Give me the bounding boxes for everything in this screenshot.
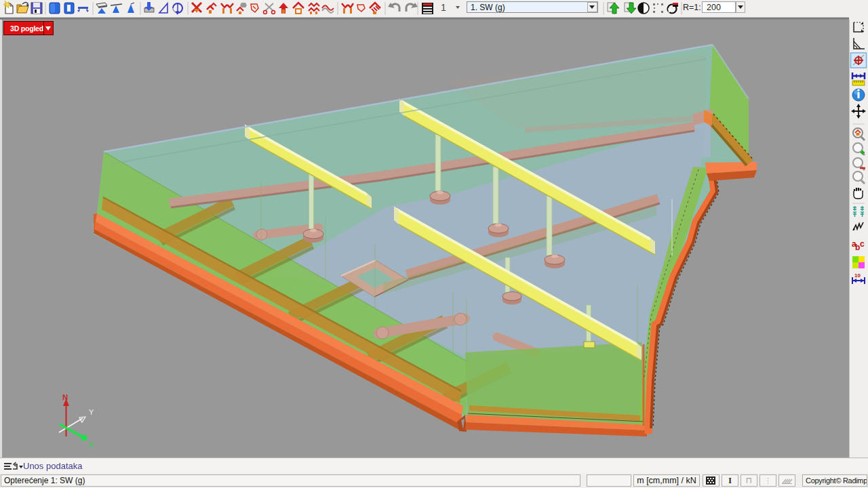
svg-text:Y: Y: [89, 408, 94, 416]
svg-text:10: 10: [854, 272, 861, 279]
svg-text:N: N: [62, 393, 68, 401]
svg-text:X: X: [89, 441, 94, 449]
svg-text:c: c: [860, 239, 865, 249]
